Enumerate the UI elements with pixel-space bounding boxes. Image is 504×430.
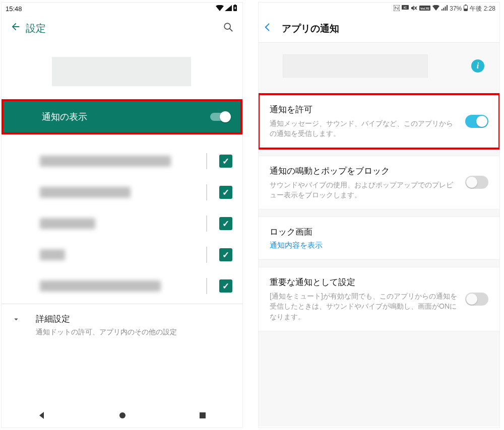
chevron-down-icon [12, 313, 36, 337]
svg-rect-14 [465, 5, 467, 6]
status-time: 午後 2:28 [470, 5, 495, 13]
wifi-icon [432, 5, 439, 12]
app-header-placeholder [283, 54, 428, 78]
svg-point-2 [224, 23, 230, 29]
left-phone: 15:48 設定 通知の表示 ✓ ✓ [1, 2, 243, 428]
channel-row[interactable]: ✓ [2, 177, 242, 208]
status-bar: 15:48 [2, 3, 242, 15]
important-toggle[interactable] [465, 293, 488, 306]
back-button[interactable] [263, 22, 282, 35]
mute-icon [411, 5, 417, 13]
channel-checkbox[interactable]: ✓ [219, 155, 232, 168]
channel-checkbox[interactable]: ✓ [219, 186, 232, 199]
important-subtitle: [通知をミュート]が有効な間でも、このアプリからの通知を受信したときは、サウンド… [270, 291, 458, 322]
svg-line-3 [230, 28, 233, 31]
allow-toggle[interactable] [465, 115, 488, 128]
allow-title: 通知を許可 [270, 104, 458, 115]
app-header-placeholder [52, 57, 191, 86]
back-button[interactable] [6, 21, 26, 35]
channel-row[interactable]: ✓ [2, 208, 242, 239]
advanced-title: 詳細設定 [36, 313, 177, 325]
status-bar: IC VoLTE 37% 午後 2:28 [259, 3, 499, 15]
wifi-icon [216, 5, 224, 13]
status-time: 15:48 [6, 5, 22, 13]
block-popup-row[interactable]: 通知の鳴動とポップをブロック サウンドやバイブの使用、およびポップアップでのプレ… [259, 156, 499, 210]
show-notifications-toggle[interactable] [210, 113, 229, 121]
page-title: アプリの通知 [282, 22, 339, 35]
svg-text:VoLTE: VoLTE [420, 7, 429, 10]
info-button[interactable]: i [471, 59, 484, 73]
block-popup-title: 通知の鳴動とポップをブロック [270, 165, 458, 177]
app-bar: 設定 [2, 15, 242, 42]
highlight-box: 通知の表示 [2, 99, 242, 134]
channel-row[interactable]: ✓ [2, 270, 242, 302]
channel-row[interactable]: ✓ [2, 146, 242, 177]
advanced-row[interactable]: 詳細設定 通知ドットの許可、アプリ内のその他の設定 [2, 304, 242, 337]
channel-row[interactable]: ✓ [2, 239, 242, 270]
show-notifications-row[interactable]: 通知の表示 [4, 101, 240, 132]
svg-text:IC: IC [404, 6, 407, 9]
lockscreen-row[interactable]: ロック画面 通知内容を表示 [259, 217, 499, 260]
nav-bar [2, 405, 242, 427]
battery-icon [464, 5, 468, 13]
nav-back-icon[interactable] [38, 411, 46, 421]
show-notifications-label: 通知の表示 [42, 111, 87, 123]
app-header: i [259, 43, 499, 89]
channel-checkbox[interactable]: ✓ [219, 279, 232, 293]
search-button[interactable] [218, 22, 238, 35]
right-phone: IC VoLTE 37% 午後 2:28 アプリの通知 i 通知を許可 通知メッ… [258, 2, 500, 428]
important-title: 重要な通知として設定 [270, 276, 458, 288]
block-popup-toggle[interactable] [465, 176, 488, 189]
signal-icon [225, 5, 232, 13]
svg-rect-1 [234, 5, 236, 6]
volte-icon: VoLTE [419, 5, 430, 12]
nfc-icon [394, 5, 400, 13]
channel-checkbox[interactable]: ✓ [219, 248, 232, 261]
status-indicators [216, 5, 237, 13]
page-title: 設定 [26, 22, 218, 35]
block-popup-subtitle: サウンドやバイブの使用、およびポップアップでのプレビュー表示をブロックします。 [270, 180, 458, 200]
lockscreen-title: ロック画面 [270, 226, 481, 238]
svg-rect-15 [464, 9, 468, 11]
lockscreen-value: 通知内容を表示 [270, 241, 481, 250]
nav-home-icon[interactable] [118, 411, 127, 421]
content: 通知を許可 通知メッセージ、サウンド、バイブなど、このアプリからの通知を受信しま… [259, 89, 499, 426]
important-row[interactable]: 重要な通知として設定 [通知をミュート]が有効な間でも、このアプリからの通知を受… [259, 267, 499, 331]
battery-percent: 37% [450, 5, 462, 12]
allow-notifications-row[interactable]: 通知を許可 通知メッセージ、サウンド、バイブなど、このアプリからの通知を受信しま… [259, 94, 499, 149]
svg-point-4 [119, 412, 125, 418]
channel-checkbox[interactable]: ✓ [219, 217, 232, 230]
ic-icon: IC [402, 5, 409, 13]
app-bar: アプリの通知 [259, 15, 499, 43]
allow-subtitle: 通知メッセージ、サウンド、バイブなど、このアプリからの通知を受信します。 [270, 118, 458, 139]
nav-recent-icon[interactable] [199, 412, 206, 421]
advanced-subtitle: 通知ドットの許可、アプリ内のその他の設定 [36, 328, 177, 337]
battery-icon [233, 5, 237, 13]
svg-rect-5 [200, 412, 206, 418]
channel-list: ✓ ✓ ✓ ✓ ✓ [2, 134, 242, 302]
signal-icon [442, 5, 448, 12]
